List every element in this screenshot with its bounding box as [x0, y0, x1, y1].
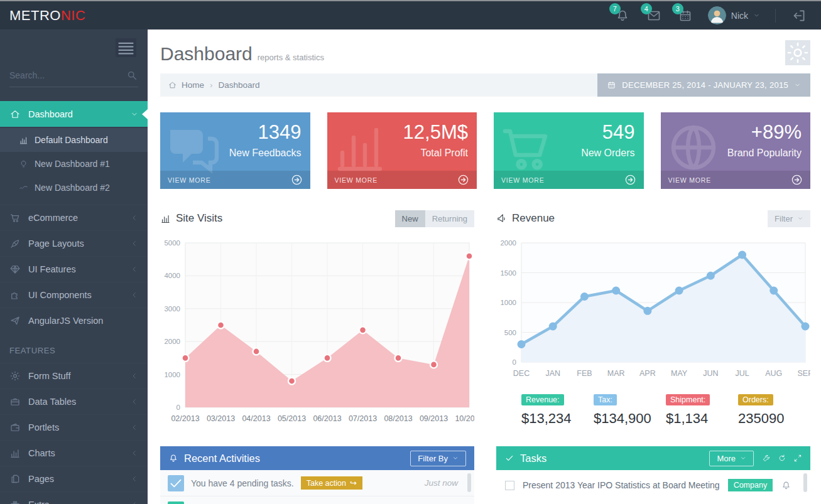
task-checkbox[interactable]: [505, 481, 514, 490]
recent-activities-portlet: Recent Activities Filter By You have 4 p…: [160, 446, 474, 504]
svg-text:1000: 1000: [500, 299, 516, 306]
tab-new[interactable]: New: [395, 210, 425, 227]
filter-by-button[interactable]: Filter By: [410, 451, 466, 466]
activity-list: You have 4 pending tasks.Take action↪Jus…: [160, 470, 474, 504]
svg-text:AUG: AUG: [765, 369, 782, 378]
notification-badge: 7: [609, 3, 621, 14]
view-more-link[interactable]: VIEW MORE: [160, 171, 310, 189]
tab-returning[interactable]: Returning: [425, 210, 474, 227]
arrow-right-circle-icon: [457, 174, 469, 186]
task-category-badge[interactable]: Company: [728, 479, 773, 491]
sidebar-item-form-stuff[interactable]: Form Stuff: [0, 363, 148, 389]
page-subtitle: reports & statistics: [258, 53, 324, 62]
user-menu[interactable]: Nick: [708, 6, 760, 24]
view-more-link[interactable]: VIEW MORE: [661, 171, 811, 189]
logo[interactable]: METRONIC: [0, 8, 148, 24]
menu-icon: [116, 38, 136, 58]
refresh-icon[interactable]: [778, 454, 786, 463]
more-button[interactable]: More: [709, 451, 754, 466]
calendar-menu-toggle[interactable]: 3: [678, 8, 693, 23]
date-range-picker[interactable]: DECEMBER 25, 2014 - JANUARY 23, 2015: [597, 73, 810, 97]
pages-icon: [9, 473, 21, 485]
sidebar-item-charts[interactable]: Charts: [0, 440, 148, 466]
view-more-link[interactable]: VIEW MORE: [327, 171, 477, 189]
chevron-left-icon: [131, 398, 138, 405]
recent-activities-header: Recent Activities Filter By: [160, 446, 474, 470]
stat-tile-new-orders[interactable]: 549New OrdersVIEW MORE: [494, 112, 644, 189]
arrow-right-circle-icon: [624, 174, 636, 186]
chevron-left-icon: [131, 372, 138, 380]
cart-icon: [9, 212, 21, 223]
search-input[interactable]: [9, 70, 126, 80]
wrench-icon[interactable]: [762, 454, 771, 463]
sidebar-item-ui-features[interactable]: UI Features: [0, 256, 148, 282]
sidebar-item-pages[interactable]: Pages: [0, 466, 148, 491]
svg-text:06/2013: 06/2013: [313, 414, 341, 423]
svg-text:09/2013: 09/2013: [420, 414, 448, 423]
svg-text:MAY: MAY: [671, 369, 688, 378]
gear-icon: [9, 370, 21, 382]
list-scrollbar[interactable]: [803, 473, 807, 492]
home-icon: [168, 80, 177, 90]
sidebar-toggle-button[interactable]: [116, 38, 136, 57]
sidebar-item-portlets[interactable]: Portlets: [0, 414, 148, 440]
revenue-title: Revenue: [512, 212, 555, 225]
main-content: Dashboardreports & statistics Home › Das…: [148, 29, 821, 504]
gift-icon: [9, 499, 21, 504]
sidebar-item-dashboard[interactable]: Dashboard: [0, 101, 148, 127]
trend-icon: [19, 183, 28, 193]
stat-tile-total-profit[interactable]: 12,5M$Total ProfitVIEW MORE: [327, 112, 477, 189]
task-row[interactable]: Present 2013 Year IPO Statistics at Boar…: [496, 470, 810, 500]
list-scrollbar[interactable]: [467, 473, 471, 492]
expand-icon[interactable]: [793, 454, 802, 463]
svg-text:08/2013: 08/2013: [384, 414, 412, 423]
svg-text:0: 0: [177, 404, 180, 411]
sidebar-item-ecommerce[interactable]: eCommerce: [0, 205, 148, 230]
site-visits-header: Site Visits NewReturning: [160, 208, 474, 229]
site-visits-title: Site Visits: [176, 212, 222, 225]
svg-text:04/2013: 04/2013: [242, 414, 270, 423]
logout-button[interactable]: [791, 8, 807, 24]
chevron-down-icon: [753, 12, 760, 19]
sidebar-item-page-layouts[interactable]: Page Layouts: [0, 230, 148, 256]
stat-tile-new-feedbacks[interactable]: 1349New FeedbacksVIEW MORE: [160, 112, 310, 189]
bar-chart-icon: [160, 213, 171, 224]
sidebar-item-angularjs-version[interactable]: AngularJS Version: [0, 308, 148, 333]
bell-icon: [781, 480, 791, 491]
portlet-tools: [762, 454, 802, 463]
svg-text:02/2013: 02/2013: [171, 414, 199, 423]
bell-menu-toggle[interactable]: 7: [615, 8, 630, 23]
activity-row[interactable]: [160, 496, 474, 504]
filter-button-label: Filter: [775, 214, 793, 223]
stat-badge: Revenue:: [521, 394, 564, 405]
search-button[interactable]: [126, 69, 138, 82]
wallet-icon: [9, 422, 21, 433]
sidebar-subitem-new-dashboard-2[interactable]: New Dashboard #2: [0, 176, 148, 200]
activity-row[interactable]: You have 4 pending tasks.Take action↪Jus…: [160, 470, 474, 496]
sidebar-nav: DashboardDefault DashboardNew Dashboard …: [0, 101, 148, 504]
revenue-chart: 0500100015002000DECJANFEBMARAPRMAYJUNJUL…: [496, 238, 810, 383]
site-visits-portlet: Site Visits NewReturning 010002000300040…: [160, 208, 474, 429]
chevron-left-icon: [131, 240, 138, 247]
sidebar-subitem-new-dashboard-1[interactable]: New Dashboard #1: [0, 152, 148, 176]
settings-button[interactable]: [785, 40, 810, 65]
sidebar-item-ui-components[interactable]: UI Components: [0, 282, 148, 308]
breadcrumb-home-link[interactable]: Home: [182, 80, 204, 90]
revenue-stat-tax: Tax:$134,900: [594, 394, 666, 427]
svg-text:JUL: JUL: [735, 369, 749, 378]
task-text: Present 2013 Year IPO Statistics at Boar…: [523, 480, 720, 490]
sidebar-subitem-default-dashboard[interactable]: Default Dashboard: [0, 128, 148, 152]
envelope-menu-toggle[interactable]: 4: [646, 8, 661, 23]
stat-tile-brand-popularity[interactable]: +89%Brand PopularityVIEW MORE: [661, 112, 811, 189]
sidebar-item-extra[interactable]: Extra: [0, 491, 148, 504]
site-visits-chart: 01000200030004000500002/201303/201304/20…: [160, 238, 474, 429]
sidebar-heading-features: FEATURES: [0, 333, 148, 363]
revenue-stat-revenue: Revenue:$13,234: [521, 394, 594, 427]
avatar: [708, 6, 726, 24]
sidebar-item-data-tables[interactable]: Data Tables: [0, 389, 148, 414]
svg-text:0: 0: [513, 358, 516, 366]
page-title: Dashboardreports & statistics: [160, 43, 810, 65]
filter-button[interactable]: Filter: [768, 210, 810, 227]
view-more-link[interactable]: VIEW MORE: [494, 171, 644, 189]
take-action-badge[interactable]: Take action↪: [301, 476, 362, 490]
